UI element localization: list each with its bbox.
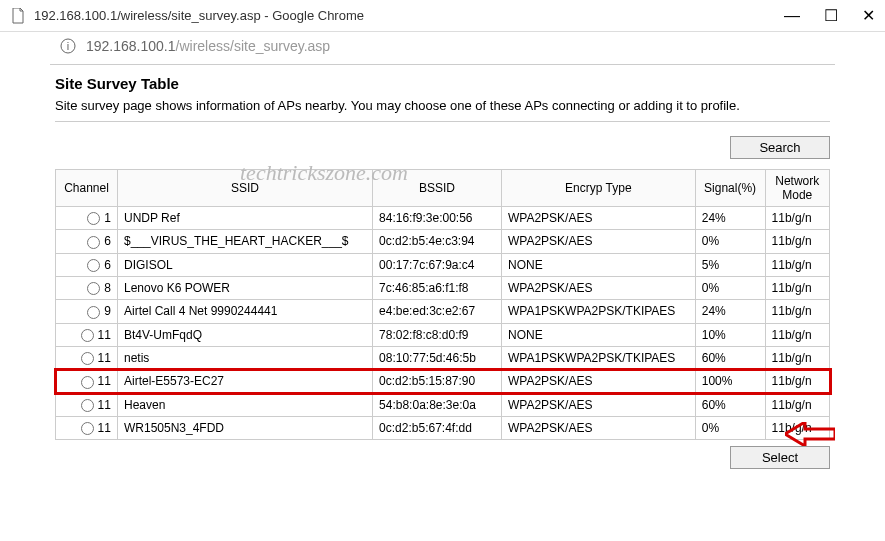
- encryp-cell: WPA2PSK/AES: [501, 416, 695, 439]
- encryp-cell: WPA1PSKWPA2PSK/TKIPAES: [501, 300, 695, 323]
- table-row[interactable]: 6$___VIRUS_THE_HEART_HACKER___$0c:d2:b5:…: [56, 230, 830, 253]
- th-encryp: Encryp Type: [501, 170, 695, 207]
- channel-cell: 11: [56, 346, 118, 369]
- encryp-cell: NONE: [501, 323, 695, 346]
- channel-cell: 11: [56, 323, 118, 346]
- signal-cell: 24%: [695, 207, 765, 230]
- window-titlebar: 192.168.100.1/wireless/site_survey.asp -…: [0, 0, 885, 32]
- ssid-cell: UNDP Ref: [117, 207, 372, 230]
- channel-value: 11: [98, 351, 111, 365]
- search-button[interactable]: Search: [730, 136, 830, 159]
- signal-cell: 60%: [695, 393, 765, 416]
- ap-radio[interactable]: [81, 352, 94, 365]
- close-button[interactable]: ✕: [862, 6, 875, 25]
- ssid-cell: $___VIRUS_THE_HEART_HACKER___$: [117, 230, 372, 253]
- bssid-cell: 0c:d2:b5:4e:c3:94: [373, 230, 502, 253]
- ap-radio[interactable]: [87, 259, 100, 272]
- table-row[interactable]: 11Airtel-E5573-EC270c:d2:b5:15:87:90WPA2…: [56, 370, 830, 393]
- mode-cell: 11b/g/n: [765, 207, 829, 230]
- ap-radio[interactable]: [87, 306, 100, 319]
- th-signal: Signal(%): [695, 170, 765, 207]
- ssid-cell: DIGISOL: [117, 253, 372, 276]
- channel-value: 9: [104, 304, 111, 318]
- ap-radio[interactable]: [81, 399, 94, 412]
- maximize-button[interactable]: ☐: [824, 6, 838, 25]
- channel-cell: 11: [56, 393, 118, 416]
- window-title: 192.168.100.1/wireless/site_survey.asp -…: [34, 8, 784, 23]
- signal-cell: 0%: [695, 230, 765, 253]
- minimize-button[interactable]: —: [784, 7, 800, 25]
- channel-value: 6: [104, 234, 111, 248]
- document-icon: [10, 8, 26, 24]
- channel-cell: 6: [56, 230, 118, 253]
- bssid-cell: 0c:d2:b5:67:4f:dd: [373, 416, 502, 439]
- ap-radio[interactable]: [81, 376, 94, 389]
- table-row[interactable]: 9Airtel Call 4 Net 9990244441e4:be:ed:3c…: [56, 300, 830, 323]
- ssid-cell: netis: [117, 346, 372, 369]
- bssid-cell: 54:b8:0a:8e:3e:0a: [373, 393, 502, 416]
- info-icon[interactable]: i: [60, 38, 76, 54]
- ssid-cell: Airtel Call 4 Net 9990244441: [117, 300, 372, 323]
- mode-cell: 11b/g/n: [765, 346, 829, 369]
- th-channel: Channel: [56, 170, 118, 207]
- encryp-cell: WPA1PSKWPA2PSK/TKIPAES: [501, 346, 695, 369]
- signal-cell: 0%: [695, 416, 765, 439]
- table-row[interactable]: 6DIGISOL00:17:7c:67:9a:c4NONE5%11b/g/n: [56, 253, 830, 276]
- bssid-cell: e4:be:ed:3c:e2:67: [373, 300, 502, 323]
- table-header-row: Channel SSID BSSID Encryp Type Signal(%)…: [56, 170, 830, 207]
- ssid-cell: Bt4V-UmFqdQ: [117, 323, 372, 346]
- channel-value: 8: [104, 281, 111, 295]
- mode-cell: 11b/g/n: [765, 300, 829, 323]
- bssid-cell: 84:16:f9:3e:00:56: [373, 207, 502, 230]
- channel-cell: 9: [56, 300, 118, 323]
- th-bssid: BSSID: [373, 170, 502, 207]
- ap-radio[interactable]: [87, 212, 100, 225]
- table-row[interactable]: 11Bt4V-UmFqdQ78:02:f8:c8:d0:f9NONE10%11b…: [56, 323, 830, 346]
- table-row[interactable]: 11WR1505N3_4FDD0c:d2:b5:67:4f:ddWPA2PSK/…: [56, 416, 830, 439]
- window-controls: — ☐ ✕: [784, 6, 875, 25]
- mode-cell: 11b/g/n: [765, 370, 829, 393]
- mode-cell: 11b/g/n: [765, 323, 829, 346]
- signal-cell: 5%: [695, 253, 765, 276]
- signal-cell: 100%: [695, 370, 765, 393]
- table-row[interactable]: 1UNDP Ref84:16:f9:3e:00:56WPA2PSK/AES24%…: [56, 207, 830, 230]
- channel-cell: 8: [56, 276, 118, 299]
- table-row[interactable]: 8Lenovo K6 POWER7c:46:85:a6:f1:f8WPA2PSK…: [56, 276, 830, 299]
- ap-radio[interactable]: [81, 329, 94, 342]
- page-description: Site survey page shows information of AP…: [55, 98, 830, 113]
- signal-cell: 60%: [695, 346, 765, 369]
- table-row[interactable]: 11Heaven54:b8:0a:8e:3e:0aWPA2PSK/AES60%1…: [56, 393, 830, 416]
- channel-cell: 6: [56, 253, 118, 276]
- ap-radio[interactable]: [87, 282, 100, 295]
- signal-cell: 0%: [695, 276, 765, 299]
- select-button[interactable]: Select: [730, 446, 830, 469]
- mode-cell: 11b/g/n: [765, 253, 829, 276]
- ssid-cell: Airtel-E5573-EC27: [117, 370, 372, 393]
- channel-value: 1: [104, 211, 111, 225]
- address-bar[interactable]: i 192.168.100.1/wireless/site_survey.asp: [50, 32, 835, 60]
- bssid-cell: 0c:d2:b5:15:87:90: [373, 370, 502, 393]
- channel-value: 11: [98, 421, 111, 435]
- th-ssid: SSID: [117, 170, 372, 207]
- ssid-cell: Lenovo K6 POWER: [117, 276, 372, 299]
- bssid-cell: 08:10:77:5d:46:5b: [373, 346, 502, 369]
- channel-value: 11: [98, 328, 111, 342]
- page-title: Site Survey Table: [55, 75, 830, 92]
- encryp-cell: WPA2PSK/AES: [501, 370, 695, 393]
- divider: [50, 64, 835, 65]
- bssid-cell: 7c:46:85:a6:f1:f8: [373, 276, 502, 299]
- channel-cell: 1: [56, 207, 118, 230]
- divider: [55, 121, 830, 122]
- th-mode: Network Mode: [765, 170, 829, 207]
- channel-value: 6: [104, 258, 111, 272]
- channel-cell: 11: [56, 416, 118, 439]
- ap-radio[interactable]: [87, 236, 100, 249]
- ssid-cell: WR1505N3_4FDD: [117, 416, 372, 439]
- ap-radio[interactable]: [81, 422, 94, 435]
- url-text: 192.168.100.1/wireless/site_survey.asp: [86, 38, 330, 54]
- table-row[interactable]: 11netis08:10:77:5d:46:5bWPA1PSKWPA2PSK/T…: [56, 346, 830, 369]
- mode-cell: 11b/g/n: [765, 393, 829, 416]
- encryp-cell: WPA2PSK/AES: [501, 276, 695, 299]
- encryp-cell: WPA2PSK/AES: [501, 393, 695, 416]
- signal-cell: 10%: [695, 323, 765, 346]
